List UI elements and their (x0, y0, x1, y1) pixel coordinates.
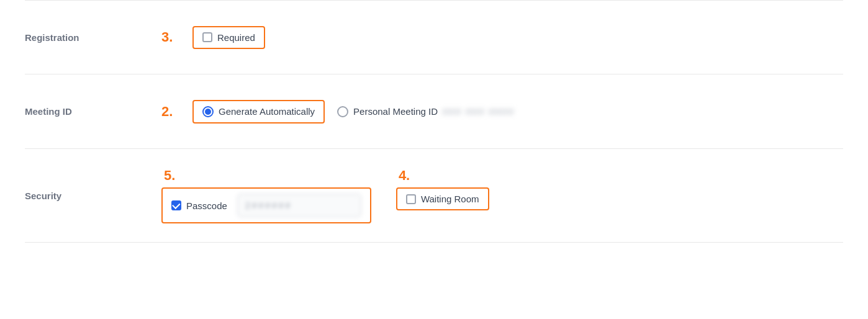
generate-auto-label: Generate Automatically (219, 106, 315, 117)
passcode-step-number: 5. (164, 168, 175, 184)
security-groups: 5. Passcode 4. Waiting Room (161, 168, 489, 223)
waiting-room-highlight-box: Waiting Room (396, 187, 489, 210)
registration-required-checkbox[interactable] (202, 32, 212, 42)
meeting-id-auto-option[interactable]: Generate Automatically (192, 100, 325, 124)
waiting-room-group: 4. Waiting Room (396, 168, 489, 210)
meeting-id-row: Meeting ID 2. Generate Automatically Per… (25, 74, 843, 149)
security-label: Security (25, 191, 161, 201)
personal-meeting-label: Personal Meeting ID (353, 106, 438, 117)
meeting-id-step-number: 2. (161, 104, 180, 120)
personal-meeting-id-value: ### ### #### (443, 106, 515, 117)
passcode-group: 5. Passcode (161, 168, 371, 223)
waiting-room-label: Waiting Room (421, 194, 479, 204)
passcode-highlight-box: Passcode (161, 187, 371, 223)
registration-field-content: 3. Required (161, 26, 843, 49)
form-container: Registration 3. Required Meeting ID 2. G… (0, 0, 868, 243)
personal-meeting-radio[interactable] (337, 106, 348, 117)
registration-highlight-box: Required (192, 26, 265, 49)
meeting-id-label: Meeting ID (25, 106, 161, 117)
passcode-input[interactable] (237, 194, 361, 217)
registration-row: Registration 3. Required (25, 0, 843, 74)
registration-required-label: Required (217, 32, 255, 43)
security-field-content: 5. Passcode 4. Waiting Room (161, 168, 843, 223)
personal-meeting-option[interactable]: Personal Meeting ID ### ### #### (337, 106, 515, 117)
passcode-label: Passcode (186, 200, 227, 211)
generate-auto-radio[interactable] (202, 106, 214, 117)
registration-step-number: 3. (161, 29, 180, 45)
security-row: Security 5. Passcode 4. W (25, 149, 843, 243)
registration-label: Registration (25, 32, 161, 43)
waiting-room-step-number: 4. (399, 168, 410, 184)
waiting-room-checkbox[interactable] (406, 194, 416, 204)
passcode-checkbox[interactable] (171, 200, 181, 210)
meeting-id-field-content: 2. Generate Automatically Personal Meeti… (161, 100, 843, 124)
